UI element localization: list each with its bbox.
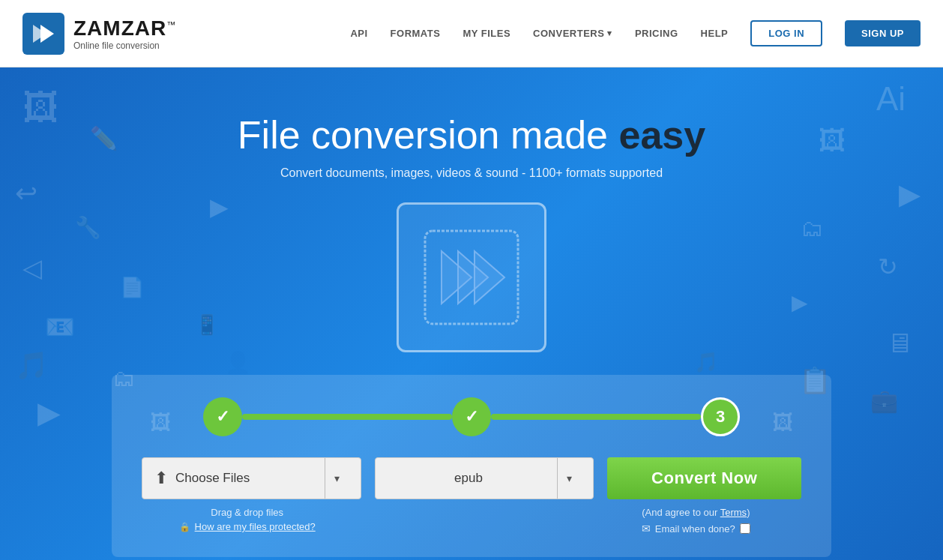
format-select[interactable]: epub ▾ bbox=[375, 457, 594, 499]
logo-area: ZAMZAR™ Online file conversion bbox=[22, 13, 176, 55]
terms-link[interactable]: Terms bbox=[720, 507, 747, 518]
email-when-done-row: ✉ Email when done? bbox=[591, 523, 801, 535]
hero-subtitle: Convert documents, images, videos & soun… bbox=[280, 166, 663, 180]
hero-section: 🖼 ✏️ ↩ 🔧 ◁ 📄 📧 🎵 🗂 ▶ 🖼 📱 ▶ 👤 Ai 🖼 ▶ 🗂 ↻ … bbox=[0, 67, 943, 560]
hero-center-logo bbox=[397, 202, 546, 352]
terms-text: (And agree to our Terms) bbox=[591, 507, 801, 518]
choose-files-dropdown-arrow[interactable]: ▾ bbox=[325, 458, 349, 499]
mail-icon: ✉ bbox=[642, 523, 651, 535]
nav-help[interactable]: HELP bbox=[701, 28, 729, 39]
nav-my-files[interactable]: MY FILES bbox=[463, 28, 510, 39]
logo-subtitle: Online file conversion bbox=[73, 40, 176, 51]
logo-icon bbox=[22, 13, 64, 55]
signup-button[interactable]: SIGN UP bbox=[845, 20, 921, 46]
step-line-2 bbox=[491, 414, 701, 420]
format-value: epub bbox=[388, 471, 550, 486]
site-header: ZAMZAR™ Online file conversion API FORMA… bbox=[0, 0, 943, 67]
file-protection-link[interactable]: How are my files protected? bbox=[195, 521, 316, 532]
steps-indicator: ✓ ✓ 3 bbox=[142, 397, 801, 436]
step-1-circle: ✓ bbox=[203, 397, 242, 436]
helper-right: (And agree to our Terms) ✉ Email when do… bbox=[591, 507, 801, 535]
nav-pricing[interactable]: PRICING bbox=[635, 28, 678, 39]
main-nav: API FORMATS MY FILES CONVERTERS PRICING … bbox=[350, 20, 921, 46]
svg-marker-5 bbox=[474, 251, 504, 304]
form-controls: ⬆ Choose Files ▾ epub ▾ Convert Now bbox=[142, 457, 801, 499]
nav-converters[interactable]: CONVERTERS bbox=[533, 28, 612, 39]
lock-icon: 🔒 bbox=[179, 522, 190, 532]
login-button[interactable]: LOG IN bbox=[750, 20, 822, 46]
choose-files-button[interactable]: ⬆ Choose Files ▾ bbox=[142, 457, 361, 499]
helper-left: Drag & drop files 🔒 How are my files pro… bbox=[142, 507, 352, 532]
converter-form-area: ✓ ✓ 3 ⬆ Choose Files ▾ epub ▾ Convert No… bbox=[112, 375, 831, 557]
svg-marker-1 bbox=[40, 25, 54, 43]
step-line-1 bbox=[242, 414, 452, 420]
hero-title: File conversion made easy bbox=[238, 112, 705, 157]
logo-brand: ZAMZAR™ bbox=[73, 16, 176, 40]
logo-text: ZAMZAR™ Online file conversion bbox=[73, 16, 176, 51]
file-protection-link-area: 🔒 How are my files protected? bbox=[142, 521, 352, 532]
nav-formats[interactable]: FORMATS bbox=[391, 28, 441, 39]
format-dropdown-arrow[interactable]: ▾ bbox=[557, 458, 581, 499]
step-2-circle: ✓ bbox=[452, 397, 491, 436]
convert-now-button[interactable]: Convert Now bbox=[607, 457, 801, 499]
choose-files-label: Choose Files bbox=[175, 471, 317, 486]
email-when-done-label: Email when done? bbox=[655, 523, 735, 535]
zamzar-center-icon bbox=[419, 225, 524, 330]
step-3-circle: 3 bbox=[701, 397, 740, 436]
nav-api[interactable]: API bbox=[350, 28, 367, 39]
upload-icon: ⬆ bbox=[154, 469, 168, 488]
email-when-done-checkbox[interactable] bbox=[740, 523, 750, 534]
helper-row: Drag & drop files 🔒 How are my files pro… bbox=[142, 507, 801, 535]
drag-drop-text: Drag & drop files bbox=[142, 507, 352, 518]
